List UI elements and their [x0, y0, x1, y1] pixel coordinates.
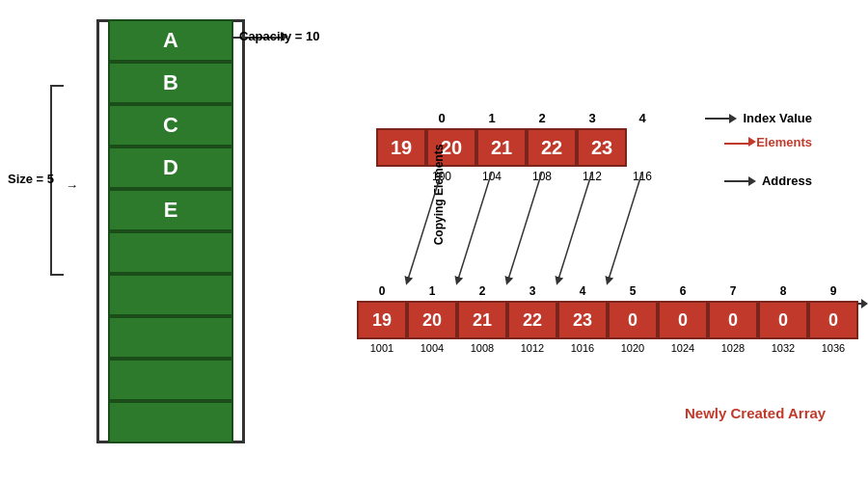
bottom-index-cell: 3: [507, 284, 557, 298]
address-arrow: [724, 176, 756, 186]
left-array: ABCDE: [96, 19, 245, 443]
bottom-index-cell: 9: [808, 284, 858, 298]
top-array-cell: 21: [476, 128, 527, 167]
top-array-cell: 23: [577, 128, 627, 167]
top-address-cell: 116: [617, 170, 667, 183]
bottom-index-cell: 8: [758, 284, 808, 298]
bottom-address-cell: 1020: [608, 342, 658, 354]
svg-marker-1: [861, 299, 868, 308]
capacity-label: Capacity = 10: [239, 29, 319, 43]
top-array-cell: 22: [527, 128, 577, 167]
copying-elements-label: Copying Elements: [432, 145, 446, 246]
top-index-cell: 0: [417, 111, 467, 125]
svg-line-3: [457, 172, 492, 282]
bottom-address-cell: 1008: [457, 342, 507, 354]
top-address-row: 100104108112116: [417, 170, 667, 183]
bottom-array-cell: 0: [708, 301, 758, 339]
top-array-row: 1920212223: [376, 128, 667, 167]
left-array-cell: [108, 316, 233, 359]
left-array-cell: [108, 401, 233, 443]
left-array-cell: E: [108, 189, 233, 231]
bottom-array-cell: 19: [357, 301, 407, 339]
left-array-cell: [108, 359, 233, 401]
bottom-index-row: 0123456789: [357, 284, 858, 298]
bottom-array-cell: 21: [457, 301, 507, 339]
bottom-array-cell: 0: [808, 301, 858, 339]
bottom-address-cell: 1028: [708, 342, 758, 354]
left-array-cell: [108, 231, 233, 274]
array-cells-left: ABCDE: [108, 19, 233, 443]
index-value-arrow: [705, 114, 737, 123]
left-array-cell: D: [108, 147, 233, 189]
elements-label: Elements: [724, 135, 812, 149]
bottom-array-row: 192021222300000: [357, 301, 858, 339]
left-array-cell: [108, 274, 233, 316]
bottom-index-cell: 4: [557, 284, 608, 298]
bottom-address-cell: 1012: [507, 342, 557, 354]
top-index-row: 01234: [417, 111, 667, 125]
bottom-array-cell: 0: [608, 301, 658, 339]
bottom-array-cell: 0: [658, 301, 708, 339]
bottom-index-cell: 0: [357, 284, 407, 298]
left-array-cell: C: [108, 104, 233, 147]
top-array-section: 01234 1920212223 100104108112116 Index V…: [376, 111, 667, 183]
left-array-cell: A: [108, 19, 233, 62]
bottom-address-cell: 1032: [758, 342, 808, 354]
bottom-array-cell: 0: [758, 301, 808, 339]
bottom-array-cell: 23: [557, 301, 608, 339]
svg-line-5: [557, 172, 592, 282]
index-value-text: Index Value: [743, 111, 812, 125]
top-address-cell: 112: [567, 170, 617, 183]
elements-arrow: [724, 135, 756, 149]
bottom-address-cell: 1004: [407, 342, 457, 354]
svg-line-4: [507, 172, 542, 282]
size-arrow: →: [66, 178, 78, 193]
bottom-index-cell: 1: [407, 284, 457, 298]
bottom-array-cell: 20: [407, 301, 457, 339]
top-index-cell: 3: [567, 111, 617, 125]
address-label: Address: [724, 174, 812, 188]
bottom-address-cell: 1001: [357, 342, 407, 354]
top-array-cell: 19: [376, 128, 426, 167]
left-array-cell: B: [108, 62, 233, 104]
bottom-array-cell: 22: [507, 301, 557, 339]
top-index-cell: 1: [467, 111, 517, 125]
newly-created-label: Newly Created Array: [685, 405, 826, 421]
top-address-cell: 104: [467, 170, 517, 183]
bottom-address-row: 1001100410081012101610201024102810321036: [357, 342, 858, 354]
size-label: Size = 5: [8, 172, 54, 186]
svg-line-6: [608, 172, 642, 282]
index-value-label: Index Value: [705, 111, 812, 125]
address-text: Address: [762, 174, 812, 188]
left-border: [96, 19, 108, 443]
diagram-container: ABCDE Size = 5 → Capacity = 10 01234 192…: [0, 0, 868, 482]
bottom-address-cell: 1036: [808, 342, 858, 354]
top-index-cell: 4: [617, 111, 667, 125]
bottom-index-cell: 7: [708, 284, 758, 298]
top-address-cell: 108: [517, 170, 567, 183]
bottom-index-cell: 2: [457, 284, 507, 298]
bottom-address-cell: 1024: [658, 342, 708, 354]
elements-text: Elements: [756, 135, 812, 149]
bottom-address-cell: 1016: [557, 342, 608, 354]
right-border: [233, 19, 245, 443]
bottom-index-cell: 5: [608, 284, 658, 298]
bottom-index-cell: 6: [658, 284, 708, 298]
top-index-cell: 2: [517, 111, 567, 125]
bottom-array-section: 0123456789 192021222300000 1001100410081…: [357, 284, 858, 354]
